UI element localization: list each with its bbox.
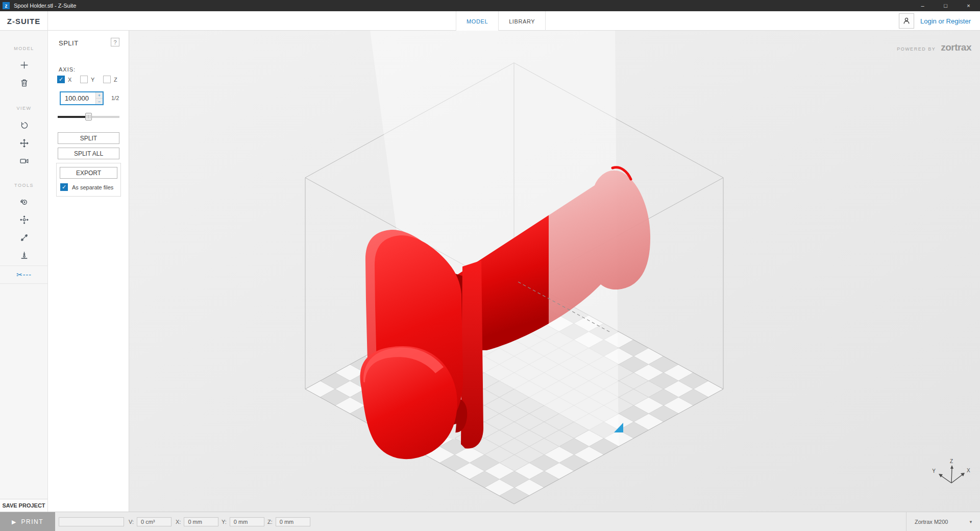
axis-x-label: X xyxy=(68,77,71,83)
axis-x-checkbox[interactable]: ✓ X xyxy=(57,76,80,83)
spin-up-button[interactable]: + xyxy=(95,92,103,99)
save-project-button[interactable]: SAVE PROJECT xyxy=(0,499,48,512)
gizmo-y-label: Y xyxy=(932,468,936,474)
3d-scene[interactable]: Z Y X xyxy=(129,31,980,512)
print-button[interactable]: ▶ PRINT xyxy=(0,512,55,531)
axis-y-checkbox[interactable]: Y xyxy=(80,76,103,83)
divider xyxy=(0,266,48,266)
split-position-slider[interactable] xyxy=(58,113,119,120)
split-scissors-icon: ✂--- xyxy=(16,271,32,279)
play-icon: ▶ xyxy=(12,519,16,525)
printer-selector[interactable]: Zortrax M200 ▼ xyxy=(906,512,980,531)
export-option-label: As separate files xyxy=(72,184,113,190)
divider xyxy=(0,283,48,284)
tool-sidebar: MODEL VIEW TOOLS xyxy=(0,31,48,499)
zortrax-brand: zortrax xyxy=(941,42,971,53)
export-separate-files-checkbox[interactable]: ✓ As separate files xyxy=(60,183,113,191)
axis-label: AXIS: xyxy=(59,66,76,73)
status-bar: ▶ PRINT V: 0 cm³ X: 0 mm Y: 0 mm Z: 0 mm… xyxy=(0,512,980,531)
axis-y-label: Y xyxy=(91,77,94,83)
scale-tool-icon xyxy=(19,233,29,243)
split-button[interactable]: SPLIT xyxy=(58,132,119,144)
move-tool-icon xyxy=(19,215,29,225)
split-panel: SPLIT ? AXIS: ✓ X Y Z + − 1/2 SPLIT SPLI… xyxy=(48,31,129,512)
z-dim-label: Z: xyxy=(267,519,273,525)
maximize-button[interactable]: □ xyxy=(934,0,957,11)
trash-icon xyxy=(19,78,29,88)
main-tabs: MODEL LIBRARY xyxy=(456,11,546,31)
delete-model-button[interactable] xyxy=(0,75,48,90)
split-position-field: + − xyxy=(60,91,104,105)
tools-section-label: TOOLS xyxy=(0,183,48,188)
app-header: Z-SUITE MODEL LIBRARY Login or Register xyxy=(0,11,980,31)
export-group: EXPORT ✓ As separate files xyxy=(56,163,121,197)
scale-tool-button[interactable] xyxy=(0,230,48,245)
person-icon xyxy=(902,16,911,26)
place-on-bed-button[interactable] xyxy=(0,248,48,263)
slider-fill xyxy=(58,116,89,118)
axis-checkboxes: ✓ X Y Z xyxy=(57,76,126,83)
y-dim-value: 0 mm xyxy=(230,517,264,526)
account-button[interactable] xyxy=(899,13,914,29)
x-dim-value: 0 mm xyxy=(184,517,218,526)
export-button[interactable]: EXPORT xyxy=(60,167,117,179)
rotate-tool-button[interactable] xyxy=(0,194,48,209)
rotate-view-icon xyxy=(19,120,29,130)
check-icon: ✓ xyxy=(62,184,66,190)
close-button[interactable]: × xyxy=(957,0,980,11)
powered-by-label: POWERED BY xyxy=(897,46,936,52)
view-section-label: VIEW xyxy=(0,106,48,111)
spin-down-button[interactable]: − xyxy=(95,99,103,104)
viewport-3d[interactable]: Z Y X POWERED BY zortrax xyxy=(129,31,980,512)
rotate-tool-icon xyxy=(19,197,29,207)
model-section-label: MODEL xyxy=(0,46,48,51)
fraction-label: 1/2 xyxy=(111,95,119,101)
split-tool-button[interactable]: ✂--- xyxy=(0,267,48,282)
y-dim-label: Y: xyxy=(222,519,227,525)
panel-title: SPLIT xyxy=(59,39,79,47)
axis-z-checkbox[interactable]: Z xyxy=(103,76,126,83)
chevron-down-icon: ▼ xyxy=(969,520,973,524)
pan-icon xyxy=(19,138,29,148)
minimize-button[interactable]: – xyxy=(911,0,934,11)
window-title: Spool Holder.stl - Z-Suite xyxy=(14,3,76,9)
tab-library[interactable]: LIBRARY xyxy=(498,11,546,31)
tab-model[interactable]: MODEL xyxy=(456,11,498,31)
volume-value: 0 cm³ xyxy=(137,517,172,526)
login-register-link[interactable]: Login or Register xyxy=(920,17,971,25)
axis-z-label: Z xyxy=(114,77,117,83)
camera-icon xyxy=(19,156,29,166)
split-all-button[interactable]: SPLIT ALL xyxy=(58,148,119,159)
pan-view-button[interactable] xyxy=(0,135,48,151)
powered-by: POWERED BY zortrax xyxy=(897,42,971,53)
printer-name: Zortrax M200 xyxy=(915,519,969,525)
volume-label: V: xyxy=(129,519,134,525)
camera-view-button[interactable] xyxy=(0,153,48,168)
check-icon: ✓ xyxy=(59,76,63,83)
z-dim-value: 0 mm xyxy=(276,517,310,526)
progress-bar xyxy=(59,517,124,526)
print-label: PRINT xyxy=(21,518,43,525)
window-title-bar: z Spool Holder.stl - Z-Suite – □ × xyxy=(0,0,980,11)
x-dim-label: X: xyxy=(176,519,181,525)
gizmo-x-label: X xyxy=(967,468,970,473)
slider-handle[interactable] xyxy=(85,113,92,120)
move-tool-button[interactable] xyxy=(0,212,48,227)
help-button[interactable]: ? xyxy=(111,38,119,46)
add-model-button[interactable] xyxy=(0,57,48,73)
split-position-input[interactable] xyxy=(61,92,95,104)
app-icon: z xyxy=(3,2,10,9)
rotate-view-button[interactable] xyxy=(0,117,48,133)
zsuite-logo: Z-SUITE xyxy=(0,11,48,31)
gizmo-z-label: Z xyxy=(950,458,953,464)
plus-icon xyxy=(19,60,29,70)
drop-to-bed-icon xyxy=(19,251,29,260)
